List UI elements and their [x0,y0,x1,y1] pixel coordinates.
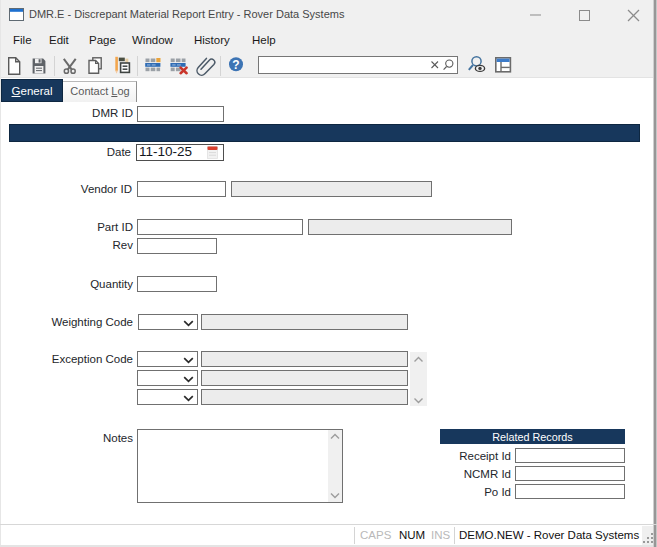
svg-text:?: ? [232,58,239,72]
